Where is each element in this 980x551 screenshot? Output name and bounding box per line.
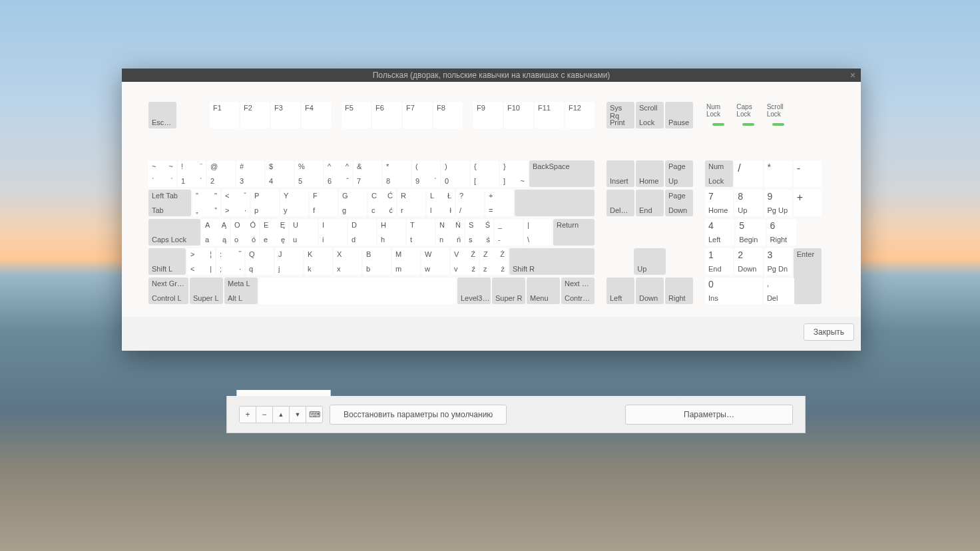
key-kp-8[interactable]: 8Up xyxy=(734,190,762,216)
key-f4[interactable]: F4 xyxy=(302,102,331,128)
key[interactable]: (9` xyxy=(412,160,440,187)
key-shift-l[interactable]: Shift L xyxy=(148,248,186,275)
key-f2[interactable]: F2 xyxy=(240,102,270,128)
key[interactable]: <ˇ>· xyxy=(222,190,250,216)
key[interactable]: Pp xyxy=(251,190,279,216)
close-button[interactable]: Закрыть xyxy=(804,323,854,341)
key-backspace[interactable]: BackSpace xyxy=(529,160,595,187)
key-kp-7[interactable]: 7Home xyxy=(705,190,733,216)
add-layout-button[interactable]: + xyxy=(240,407,256,423)
key[interactable]: NŃnń xyxy=(436,219,464,246)
key[interactable]: LŁlł xyxy=(427,190,455,216)
key[interactable]: *8 xyxy=(383,160,411,187)
key-right[interactable]: Right xyxy=(665,277,693,304)
key[interactable]: Tt xyxy=(407,219,435,246)
key-menu[interactable]: Menu xyxy=(527,277,560,304)
key-level3[interactable]: Level3… xyxy=(457,277,491,304)
key[interactable]: CĆcć xyxy=(368,190,396,216)
key-return[interactable]: Return xyxy=(553,219,595,246)
key[interactable]: Rr xyxy=(397,190,425,216)
key[interactable]: += xyxy=(485,190,513,216)
key-f7[interactable]: F7 xyxy=(403,102,432,128)
key[interactable]: @2 xyxy=(207,160,235,187)
key-scroll-lock[interactable]: ScrollLock xyxy=(636,102,664,128)
key-control-r[interactable]: Next …Contr… xyxy=(561,277,595,304)
key[interactable]: Dd xyxy=(348,219,376,246)
key-control-l[interactable]: Next Gr…Control L xyxy=(148,277,188,304)
key[interactable]: Hh xyxy=(377,219,405,246)
key-home[interactable]: Home xyxy=(636,160,664,187)
remove-layout-button[interactable]: − xyxy=(256,407,273,423)
key[interactable]: Mm xyxy=(392,248,420,275)
key-kp-decimal[interactable]: ,Del xyxy=(764,277,794,304)
key-escape[interactable]: Esc… xyxy=(148,102,176,128)
key-shift-r[interactable]: Shift R xyxy=(509,248,595,275)
key-kp-multiply[interactable]: * xyxy=(764,160,792,187)
key-kp-9[interactable]: 9Pg Up xyxy=(764,190,792,216)
key[interactable]: $4 xyxy=(266,160,294,187)
key-tab[interactable]: Left TabTab xyxy=(148,190,191,216)
key-kp-divide[interactable]: / xyxy=(734,160,762,187)
key[interactable]: VŹvź xyxy=(451,248,479,275)
key[interactable]: Ff xyxy=(310,190,338,216)
key-capslock[interactable]: Caps Lock xyxy=(148,219,200,246)
key-space[interactable] xyxy=(259,277,456,304)
key-f6[interactable]: F6 xyxy=(372,102,401,128)
key[interactable]: }]~ xyxy=(500,160,528,187)
key-f9[interactable]: F9 xyxy=(473,102,503,128)
key[interactable]: Jj xyxy=(275,248,303,275)
key[interactable]: Ii xyxy=(319,219,347,246)
key-pause[interactable]: Pause xyxy=(665,102,693,128)
key[interactable]: |\ xyxy=(524,219,552,246)
key-up[interactable]: Up xyxy=(634,248,665,275)
reset-defaults-button[interactable]: Восстановить параметры по умолчанию xyxy=(330,405,507,425)
key[interactable]: Bb xyxy=(363,248,391,275)
key[interactable]: ""„” xyxy=(192,190,220,216)
key-kp-3[interactable]: 3Pg Dn xyxy=(764,248,792,275)
key-down[interactable]: Down xyxy=(636,277,664,304)
key-delete[interactable]: Del… xyxy=(607,190,634,216)
key-super-l[interactable]: Super L xyxy=(190,277,223,304)
key-pagedown[interactable]: PageDown xyxy=(665,190,693,216)
key-print[interactable]: Sys RqPrint xyxy=(607,102,634,128)
key-insert[interactable]: Insert xyxy=(607,160,634,187)
key-f12[interactable]: F12 xyxy=(565,102,595,128)
key-backslash[interactable] xyxy=(515,190,595,216)
key-end[interactable]: End xyxy=(636,190,664,216)
key[interactable]: OÓoó xyxy=(231,219,259,246)
key[interactable]: Gg xyxy=(339,190,367,216)
titlebar[interactable]: Польская (дворак, польские кавычки на кл… xyxy=(122,69,861,82)
key-alt-l[interactable]: Meta LAlt L xyxy=(224,277,258,304)
key[interactable]: {[ xyxy=(471,160,499,187)
key-kp-add[interactable]: + xyxy=(794,190,822,216)
key[interactable]: Yy xyxy=(280,190,308,216)
key[interactable]: EĘeę xyxy=(260,219,288,246)
key[interactable]: Uu xyxy=(290,219,318,246)
key[interactable]: ~~`` xyxy=(148,160,176,187)
key[interactable]: SŚsś xyxy=(465,219,493,246)
key[interactable]: :˝;· xyxy=(216,248,244,275)
key-kp-enter[interactable]: Enter xyxy=(794,248,822,304)
key-f11[interactable]: F11 xyxy=(535,102,564,128)
key-kp-1[interactable]: 1End xyxy=(705,248,733,275)
key[interactable]: )0 xyxy=(441,160,469,187)
key-kp-subtract[interactable]: - xyxy=(794,160,822,187)
key[interactable]: _- xyxy=(495,219,523,246)
key-kp-6[interactable]: 6Right xyxy=(767,219,796,246)
key-f8[interactable]: F8 xyxy=(433,102,463,128)
key-f5[interactable]: F5 xyxy=(342,102,371,128)
key[interactable]: #3 xyxy=(236,160,264,187)
key-super-r[interactable]: Super R xyxy=(492,277,525,304)
key-left[interactable]: Left xyxy=(607,277,634,304)
key[interactable]: &7 xyxy=(354,160,381,187)
key-pageup[interactable]: PageUp xyxy=(665,160,693,187)
key[interactable]: ^^6ˆ xyxy=(324,160,352,187)
close-icon[interactable]: × xyxy=(850,69,856,82)
move-up-button[interactable]: ▲ xyxy=(273,407,290,423)
key[interactable]: >¦<| xyxy=(187,248,215,275)
key[interactable]: ?/ xyxy=(456,190,484,216)
key-f10[interactable]: F10 xyxy=(504,102,533,128)
key[interactable]: %5 xyxy=(295,160,323,187)
key[interactable]: Xx xyxy=(334,248,362,275)
key[interactable]: Ww xyxy=(421,248,449,275)
